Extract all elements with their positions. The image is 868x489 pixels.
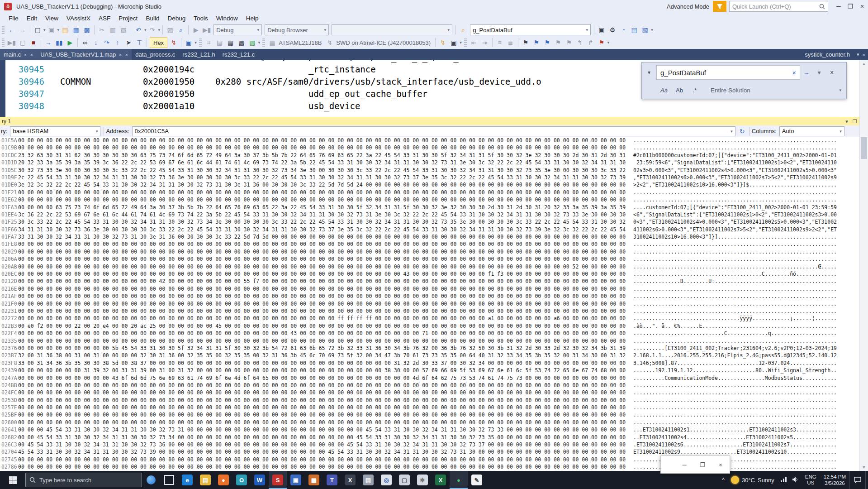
menu-tools[interactable]: Tools <box>190 14 212 23</box>
pin-icon[interactable]: + <box>23 52 28 58</box>
memory-row[interactable]: 01D1D20 32 33 3a 35 39 3a 35 39 3c 36 22… <box>0 159 860 166</box>
find-scope-dropdown[interactable]: Entire Solution ▾ <box>704 87 846 94</box>
cut-icon[interactable]: ✂ <box>97 25 107 35</box>
memory-hex-grid[interactable]: 01C5A00 00 00 00 00 00 00 00 00 00 00 00… <box>0 137 860 471</box>
next-bookmark-folder-icon[interactable]: ⚑ <box>564 38 574 48</box>
mini-minimize-icon[interactable]: ─ <box>675 461 693 468</box>
quick-find-icon[interactable]: ⌕ <box>176 25 186 35</box>
memory-row[interactable]: 01E6200 00 00 00 00 00 00 00 00 00 00 00… <box>0 196 860 203</box>
memory-row[interactable]: 01FE800 00 00 00 00 00 00 00 00 00 00 00… <box>0 240 860 248</box>
menu-file[interactable]: File <box>5 14 23 23</box>
menu-debug[interactable]: Debug <box>163 14 190 23</box>
new-query-icon[interactable]: ▤ <box>629 25 639 35</box>
memory-row[interactable]: 01FA733 31 30 30 32 34 31 31 30 30 32 73… <box>0 233 860 240</box>
taskbar-firefox-icon[interactable]: ● <box>214 471 232 489</box>
language-indicator[interactable]: ENG US <box>805 474 816 486</box>
memory-row[interactable]: 024FC00 00 00 00 00 00 00 00 00 00 00 00… <box>0 389 860 396</box>
notification-center-icon[interactable] <box>849 471 865 489</box>
taskbar-teams-icon[interactable]: T <box>323 471 341 489</box>
scroll-down-icon[interactable]: ▼ <box>860 464 868 471</box>
menu-vassistx[interactable]: VAssistX <box>62 14 95 23</box>
extension-icon[interactable]: ▧ <box>640 25 650 35</box>
mini-close-icon[interactable]: × <box>711 461 730 468</box>
memory-row[interactable]: 024BB00 00 00 00 00 00 00 00 00 00 00 00… <box>0 382 860 389</box>
power-icon[interactable]: ↯ <box>438 38 448 48</box>
mode-funnel-button[interactable] <box>713 1 726 12</box>
mini-restore-icon[interactable]: ❐ <box>693 461 711 468</box>
regex-toggle[interactable]: .* <box>689 85 701 96</box>
memory-row[interactable]: 0264100 00 00 45 54 33 31 30 30 32 34 31… <box>0 426 860 433</box>
taskbar-microchip-studio-icon[interactable]: S <box>269 471 287 489</box>
bookmark-icon[interactable]: ⚑ <box>521 38 531 48</box>
memory-window-titlebar[interactable]: ry 1 ▾ ❐ × <box>0 117 868 125</box>
memory-row[interactable]: 01E2100 00 00 00 00 00 00 00 00 00 00 00… <box>0 189 860 196</box>
memory-row[interactable]: 020AB00 00 00 00 00 00 00 00 00 00 00 00… <box>0 263 860 270</box>
start-debug-icon[interactable]: ▶ <box>191 25 201 35</box>
solution-config-combo[interactable]: Debug▾ <box>213 24 262 35</box>
network-icon[interactable] <box>781 477 787 484</box>
columns-combo[interactable]: Auto▾ <box>779 126 844 136</box>
toolbar-grip[interactable] <box>2 38 5 47</box>
match-case-toggle[interactable]: Aa <box>658 85 670 96</box>
uncomment-icon[interactable]: ≣ <box>506 38 516 48</box>
menu-project[interactable]: Project <box>114 14 142 23</box>
tab-uas-usb-trackerv1-1-map[interactable]: UAS_USB_TrackerV1.1.map+× <box>37 49 132 60</box>
memory-row[interactable]: 0274500 00 00 00 00 00 00 00 00 00 00 00… <box>0 456 860 463</box>
save-all-icon[interactable]: ▩ <box>82 25 92 35</box>
taskbar-globe-app-icon[interactable]: O <box>232 471 251 489</box>
tab-close-icon[interactable]: × <box>863 52 865 58</box>
memory-row[interactable]: 01C5A00 00 00 00 00 00 00 00 00 00 00 00… <box>0 137 860 144</box>
io-view-icon[interactable]: ▩ <box>237 38 247 48</box>
refresh-icon[interactable]: ↻ <box>737 126 747 136</box>
memory-row[interactable]: 01F6634 31 31 30 30 32 73 36 3e 30 00 30… <box>0 226 860 233</box>
tab-rs232-l21-c[interactable]: rs232_L21.c <box>219 49 259 60</box>
taskbar-search-input[interactable]: Type here to search <box>25 473 142 487</box>
navigate-forward-icon[interactable]: → <box>18 25 28 35</box>
disable-breakpoints-icon[interactable]: ↯ <box>169 38 179 48</box>
memory-row[interactable]: 0270445 54 33 31 30 30 32 34 31 31 30 30… <box>0 448 860 455</box>
memory-row[interactable]: 023B732 00 31 36 38 00 31 00 31 00 00 00… <box>0 352 860 359</box>
task-view-icon[interactable] <box>160 471 178 489</box>
close-tab-icon[interactable]: × <box>125 52 128 58</box>
save-icon[interactable]: ▦ <box>71 25 81 35</box>
dropdown-arrow-icon[interactable]: ▾ <box>144 28 147 32</box>
next-bookmark-doc-icon[interactable]: ↱ <box>586 38 596 48</box>
memory-row[interactable]: 0268200 00 45 54 33 31 30 30 32 34 31 31… <box>0 434 860 441</box>
memory-row[interactable]: 022B300 e0 f2 00 00 00 22 00 20 e4 00 00… <box>0 322 860 330</box>
restart-icon[interactable]: ▢ <box>18 38 28 48</box>
xml-tool-icon[interactable]: ▣ <box>597 25 607 35</box>
memory-row[interactable]: 01C9B00 00 00 00 00 00 00 00 00 00 00 00… <box>0 144 860 151</box>
dropdown-arrow-icon[interactable]: ▾ <box>258 40 261 45</box>
memory-row[interactable]: 01DE03e 32 3c 32 22 2c 22 45 54 33 31 30… <box>0 181 860 188</box>
memory-row[interactable]: 01CDC23 32 63 30 31 31 62 30 30 30 30 30… <box>0 152 860 159</box>
taskbar-paw-app-icon[interactable]: ✱ <box>413 471 432 489</box>
attach-icon[interactable]: ▶▮ <box>7 38 17 48</box>
memory-row[interactable]: 026C300 45 54 33 31 30 30 32 34 31 31 30… <box>0 441 860 448</box>
dropdown-arrow-icon[interactable]: ▾ <box>43 28 46 32</box>
scroll-up-icon[interactable]: ▲ <box>860 60 868 67</box>
minimize-button[interactable]: ─ <box>833 0 844 13</box>
debug-browser-combo[interactable]: Debug Browser▾ <box>265 24 329 35</box>
memory-row[interactable]: 0206A00 00 00 00 00 00 00 00 00 00 00 00… <box>0 255 860 263</box>
step-out-icon[interactable]: ↑ <box>113 38 123 48</box>
whole-word-toggle[interactable]: Ab <box>674 85 685 96</box>
continue-icon[interactable]: ▶▮ <box>202 25 212 35</box>
memory-row[interactable]: 021AF00 00 00 00 00 00 00 00 00 00 00 00… <box>0 292 860 300</box>
vertical-scrollbar[interactable]: ▲ ▼ <box>859 60 868 471</box>
memory-row[interactable]: 0243900 00 00 00 00 00 00 31 39 32 00 31… <box>0 367 860 374</box>
start-button[interactable] <box>0 471 25 489</box>
menu-window[interactable]: Window <box>212 14 242 23</box>
new-file-icon[interactable]: ▢ <box>33 25 43 35</box>
open-file-icon[interactable]: ▤ <box>60 25 70 35</box>
find-options-dropdown-icon[interactable]: ▾ <box>813 66 825 79</box>
taskbar-edge-icon[interactable]: e <box>178 471 196 489</box>
indent-decrease-icon[interactable]: ⇤ <box>469 38 479 48</box>
memory-row[interactable]: 0227200 00 00 00 00 00 00 00 00 00 00 00… <box>0 315 860 322</box>
memory-row[interactable]: 01D9F2c 22 45 54 33 31 30 30 32 34 31 31… <box>0 174 860 181</box>
memory-row[interactable]: 0233500 00 00 00 00 00 00 00 00 00 00 00… <box>0 337 860 345</box>
tab-systick-counter[interactable]: systick_counter.h <box>801 49 854 60</box>
memory-row[interactable]: 0253D00 00 00 00 00 00 00 00 00 00 00 00… <box>0 397 860 404</box>
memory-row[interactable]: 0212D00 00 00 00 00 00 00 00 00 00 00 00… <box>0 278 860 285</box>
debug-target-combo[interactable]: ▾ <box>332 24 452 35</box>
set-next-statement-icon[interactable]: ⊤ <box>134 38 144 48</box>
